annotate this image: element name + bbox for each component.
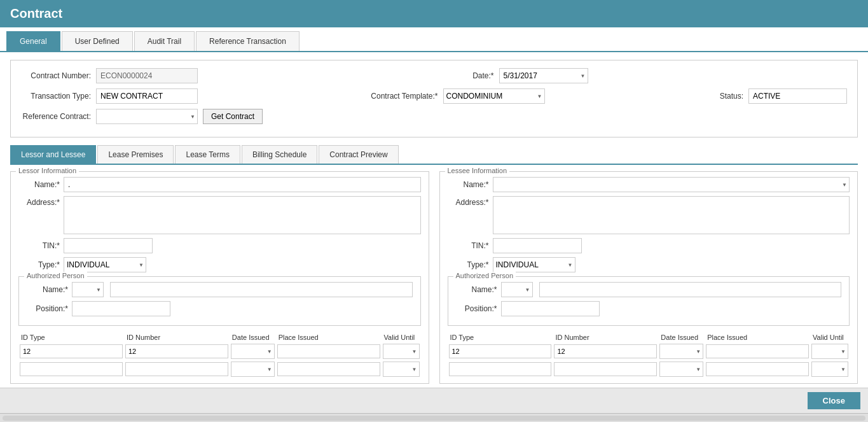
lessor-valid-until-header: Valid Until <box>382 332 421 342</box>
lessee-auth-name-prefix-select[interactable] <box>501 282 533 297</box>
lessor-date-issued-1[interactable] <box>231 344 275 359</box>
lessor-name-row: Name:* <box>18 177 421 192</box>
sub-tab-billing-schedule[interactable]: Billing Schedule <box>242 145 317 164</box>
tab-user-defined[interactable]: User Defined <box>62 31 133 51</box>
lessor-date-issued-2[interactable] <box>231 362 275 377</box>
horizontal-scrollbar[interactable] <box>0 413 868 422</box>
transaction-type-input[interactable] <box>96 88 198 104</box>
lessee-valid-until-2[interactable] <box>811 362 848 377</box>
contract-number-input <box>96 68 198 83</box>
lessee-id-number-header: ID Number <box>553 332 658 342</box>
lessor-address-textarea[interactable] <box>64 196 421 234</box>
lessee-authorized-legend: Authorized Person <box>453 272 516 279</box>
lessor-id-number-header: ID Number <box>124 332 230 342</box>
lessor-tin-row: TIN:* <box>18 238 421 253</box>
lessor-name-input[interactable] <box>64 177 421 192</box>
reference-contract-select[interactable] <box>96 109 198 124</box>
lessee-place-issued-2[interactable] <box>706 362 809 376</box>
content-area: Contract Number: Date:* Transaction Type… <box>0 52 868 388</box>
lessee-name-select[interactable] <box>493 177 850 192</box>
sub-tabs: Lessor and Lessee Lease Premises Lease T… <box>10 145 858 165</box>
lessor-authorized-legend: Authorized Person <box>24 272 87 279</box>
lessor-date-issued-header: Date Issued <box>230 332 276 342</box>
sub-tab-contract-preview[interactable]: Contract Preview <box>319 145 398 164</box>
lessee-id-type-2[interactable] <box>449 362 552 376</box>
lessee-column: Lessee Information Name:* Address:* <box>439 171 858 388</box>
lessor-id-row-2 <box>18 360 421 378</box>
lessee-info-box: Lessee Information Name:* Address:* <box>439 171 858 384</box>
lessor-place-issued-1[interactable] <box>277 344 380 358</box>
lessor-id-row-1 <box>18 342 421 360</box>
lessee-place-issued-1[interactable] <box>706 344 809 358</box>
lessee-date-issued-1[interactable] <box>659 344 703 359</box>
status-input[interactable] <box>748 88 847 104</box>
contract-number-label: Contract Number: <box>21 71 91 80</box>
close-button[interactable]: Close <box>808 392 860 409</box>
lessor-tin-label: TIN:* <box>18 241 60 250</box>
sub-tab-lease-premises[interactable]: Lease Premises <box>97 145 174 164</box>
status-label: Status: <box>712 92 743 101</box>
lessor-info-legend: Lessor Information <box>16 167 79 174</box>
page-title: Contract <box>10 6 858 21</box>
tab-general[interactable]: General <box>6 31 60 51</box>
lessee-address-textarea[interactable] <box>493 196 850 234</box>
lessee-tin-input[interactable] <box>493 238 582 253</box>
lessee-valid-until-header: Valid Until <box>810 332 850 342</box>
lessee-valid-until-1[interactable] <box>811 344 848 359</box>
lessor-id-number-2[interactable] <box>125 362 228 376</box>
lessor-auth-name-input[interactable] <box>110 282 413 297</box>
sub-tab-lessor-lessee[interactable]: Lessor and Lessee <box>10 145 96 164</box>
lessee-auth-position-row: Position:* <box>456 301 842 316</box>
lessee-id-number-1[interactable] <box>554 344 657 358</box>
form-row-2: Transaction Type: Contract Template:* CO… <box>21 88 847 104</box>
lessee-date-issued-2[interactable] <box>659 362 703 377</box>
lessor-tin-input[interactable] <box>64 238 153 253</box>
sub-tab-lease-terms[interactable]: Lease Terms <box>175 145 240 164</box>
lessee-name-row: Name:* <box>448 177 850 192</box>
lessor-place-issued-header: Place Issued <box>276 332 382 342</box>
tab-reference-transaction[interactable]: Reference Transaction <box>196 31 300 51</box>
lessee-auth-position-input[interactable] <box>501 301 600 316</box>
lessee-address-label: Address:* <box>448 196 489 207</box>
lessor-valid-until-2[interactable] <box>383 362 420 377</box>
lessor-id-type-header: ID Type <box>18 332 124 342</box>
lessee-auth-name-label: Name:* <box>456 285 497 294</box>
lessee-authorized-person-box: Authorized Person Name:* Position <box>448 276 850 326</box>
two-column-layout: Lessor Information Name:* Address:* TIN:… <box>10 171 858 388</box>
lessor-valid-until-1[interactable] <box>383 344 420 359</box>
lessee-address-row: Address:* <box>448 196 850 234</box>
lessee-tin-label: TIN:* <box>448 241 489 250</box>
lessee-id-row-2 <box>448 360 850 378</box>
title-bar: Contract <box>0 0 868 27</box>
lessee-auth-name-row: Name:* <box>456 282 842 297</box>
lessee-info-legend: Lessee Information <box>445 167 510 174</box>
lessor-type-select[interactable]: INDIVIDUAL CORPORATE <box>64 257 146 272</box>
form-row-1: Contract Number: Date:* <box>21 68 847 83</box>
lessor-address-label: Address:* <box>18 196 60 207</box>
contract-template-select[interactable]: CONDOMINIUM <box>443 88 545 104</box>
lessee-tin-row: TIN:* <box>448 238 850 253</box>
main-tabs: General User Defined Audit Trail Referen… <box>0 27 868 52</box>
transaction-type-label: Transaction Type: <box>21 92 91 101</box>
date-input[interactable] <box>499 68 588 83</box>
lessor-auth-position-row: Position:* <box>27 301 413 316</box>
lessor-place-issued-2[interactable] <box>277 362 380 376</box>
lessor-id-type-2[interactable] <box>20 362 123 376</box>
reference-contract-label: Reference Contract: <box>21 112 91 121</box>
get-contract-button[interactable]: Get Contract <box>203 109 263 124</box>
lessee-auth-name-input[interactable] <box>539 282 842 297</box>
lessor-id-number-1[interactable] <box>125 344 228 358</box>
lessor-id-type-1[interactable] <box>20 344 123 358</box>
lessor-column: Lessor Information Name:* Address:* TIN:… <box>10 171 429 388</box>
scrollbar-track[interactable] <box>3 416 865 421</box>
lessor-auth-position-input[interactable] <box>72 301 170 316</box>
form-section: Contract Number: Date:* Transaction Type… <box>10 60 858 137</box>
lessor-auth-name-prefix-select[interactable] <box>72 282 104 297</box>
lessee-id-number-2[interactable] <box>554 362 657 376</box>
lessor-authorized-person-box: Authorized Person Name:* Position <box>18 276 421 326</box>
tab-audit-trail[interactable]: Audit Trail <box>134 31 195 51</box>
lessee-type-label: Type:* <box>448 260 489 269</box>
lessee-type-select[interactable]: INDIVIDUAL CORPORATE <box>493 257 575 272</box>
lessee-id-type-1[interactable] <box>449 344 552 358</box>
lessor-type-row: Type:* INDIVIDUAL CORPORATE <box>18 257 421 272</box>
